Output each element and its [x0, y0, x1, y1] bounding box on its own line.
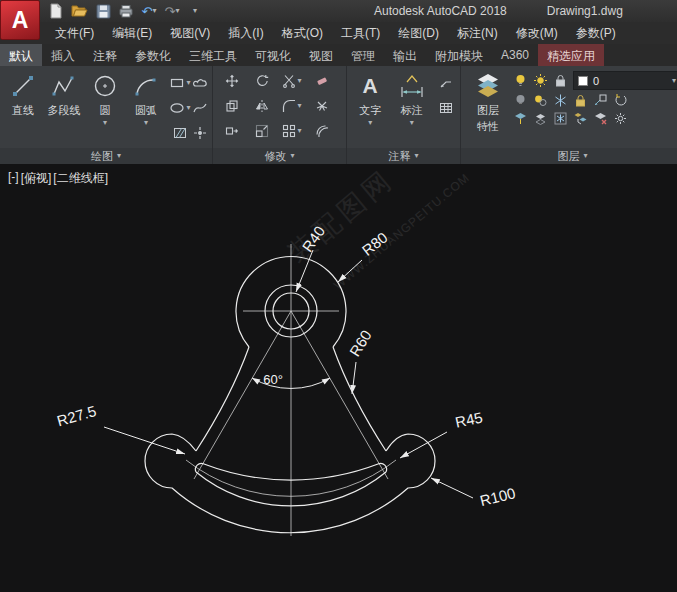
menu-tools[interactable]: 工具(T): [332, 22, 389, 45]
ribbon: 直线 多段线 圆 ▾: [0, 66, 677, 164]
save-button[interactable]: [95, 2, 111, 20]
circle-dropdown-icon[interactable]: ▾: [103, 119, 107, 127]
leader-tool-button[interactable]: [438, 75, 454, 91]
dim-angle: 60°: [263, 372, 283, 387]
new-file-button[interactable]: [48, 2, 64, 20]
layer-delete-button[interactable]: [593, 111, 608, 126]
tab-manage[interactable]: 管理: [342, 44, 384, 66]
tab-insert[interactable]: 插入: [42, 44, 84, 66]
tab-3d-tools[interactable]: 三维工具: [180, 44, 246, 66]
tab-annotate[interactable]: 注释: [84, 44, 126, 66]
layer-make-current-button[interactable]: [513, 111, 528, 126]
annotate-panel-footer[interactable]: 注释 ▾: [347, 148, 460, 164]
fillet-dropdown-icon[interactable]: ▾: [297, 102, 301, 110]
layer-match-button[interactable]: [593, 93, 608, 108]
arc-tool-button[interactable]: 圆弧 ▾: [126, 70, 166, 148]
panel-annotate: A 文字 ▾ 标注 ▾: [347, 66, 461, 164]
layer-settings-button[interactable]: [613, 111, 628, 126]
layers-panel-footer[interactable]: 图层 ▾: [461, 148, 677, 164]
plot-button[interactable]: [118, 2, 134, 20]
rectangle-tool-button[interactable]: ▾: [169, 75, 190, 91]
array-dropdown-icon[interactable]: ▾: [297, 127, 301, 135]
layer-off-button[interactable]: [513, 93, 528, 108]
open-file-button[interactable]: [71, 2, 88, 20]
ellipse-dropdown-icon[interactable]: ▾: [186, 104, 190, 112]
layer-isolate-button[interactable]: [533, 93, 548, 108]
point-tool-button[interactable]: [192, 125, 208, 141]
layer-lock-button[interactable]: [573, 93, 588, 108]
offset-tool-button[interactable]: [315, 124, 329, 138]
layer-freeze-button[interactable]: [553, 93, 568, 108]
layer-on-button[interactable]: [513, 73, 528, 88]
menu-format[interactable]: 格式(O): [273, 22, 332, 45]
fillet-tool-button[interactable]: ▾: [282, 99, 301, 113]
qat-customize-button[interactable]: ▾: [187, 2, 203, 20]
stretch-tool-button[interactable]: [225, 124, 239, 138]
application-menu-button[interactable]: A: [0, 0, 40, 40]
menu-edit[interactable]: 编辑(E): [103, 22, 161, 45]
ellipse-tool-button[interactable]: ▾: [169, 100, 190, 116]
text-dropdown-icon[interactable]: ▾: [368, 119, 372, 127]
revcloud-tool-button[interactable]: [192, 75, 208, 91]
menu-view[interactable]: 视图(V): [161, 22, 219, 45]
undo-dropdown-icon[interactable]: ▾: [152, 7, 156, 15]
trim-tool-button[interactable]: ▾: [282, 74, 301, 88]
menu-file[interactable]: 文件(F): [46, 22, 103, 45]
modify-panel-footer[interactable]: 修改 ▾: [213, 148, 346, 164]
layer-previous-button[interactable]: [613, 93, 628, 108]
layer-select[interactable]: 0 ▾: [573, 71, 677, 90]
array-tool-button[interactable]: ▾: [282, 124, 301, 138]
dimension-labels: R40 R80 R60 R27.5 R45 R100 60°: [55, 223, 517, 510]
part-outline: [145, 256, 435, 532]
visual-style-control[interactable]: [二维线框]: [53, 170, 108, 187]
hatch-tool-button[interactable]: [172, 125, 188, 141]
drawing-canvas[interactable]: 装配图网 WWW.ZHUANGPEITU.COM: [0, 164, 677, 592]
model-space[interactable]: [-] [俯视] [二维线框] 装配图网 WWW.ZHUANGPEITU.COM: [0, 164, 677, 592]
redo-button[interactable]: ↷ ▾: [164, 2, 180, 20]
trim-dropdown-icon[interactable]: ▾: [297, 77, 301, 85]
layer-merge-button[interactable]: [573, 111, 588, 126]
menu-parametric[interactable]: 参数(P): [567, 22, 625, 45]
tab-a360[interactable]: A360: [492, 44, 538, 66]
tab-parametric[interactable]: 参数化: [126, 44, 180, 66]
menu-dimension[interactable]: 标注(N): [448, 22, 507, 45]
draw-panel-footer[interactable]: 绘图 ▾: [0, 148, 212, 164]
arc-dropdown-icon[interactable]: ▾: [144, 119, 148, 127]
layer-freeze-isolate-button[interactable]: [553, 111, 568, 126]
redo-dropdown-icon[interactable]: ▾: [175, 7, 179, 15]
dimension-tool-button[interactable]: 标注 ▾: [392, 70, 433, 148]
menu-draw[interactable]: 绘图(D): [389, 22, 448, 45]
menu-modify[interactable]: 修改(M): [507, 22, 567, 45]
explode-tool-button[interactable]: [315, 99, 329, 113]
line-tool-button[interactable]: 直线: [3, 70, 43, 148]
rotate-tool-button[interactable]: [255, 74, 269, 88]
tab-featured-apps[interactable]: 精选应用: [538, 44, 604, 66]
tab-visualize[interactable]: 可视化: [246, 44, 300, 66]
tab-home[interactable]: 默认: [0, 44, 42, 66]
redo-icon: ↷: [165, 4, 176, 19]
scale-tool-button[interactable]: [255, 124, 269, 138]
circle-tool-button[interactable]: 圆 ▾: [85, 70, 125, 148]
viewport-menu-control[interactable]: [-]: [8, 170, 19, 187]
dimension-dropdown-icon[interactable]: ▾: [410, 119, 414, 127]
undo-button[interactable]: ↶ ▾: [141, 2, 157, 20]
layer-walk-button[interactable]: [533, 111, 548, 126]
spline-tool-button[interactable]: [192, 100, 208, 116]
layer-properties-button[interactable]: 图层 特性: [464, 70, 512, 148]
tab-addins[interactable]: 附加模块: [426, 44, 492, 66]
move-tool-button[interactable]: [225, 74, 239, 88]
table-tool-button[interactable]: [438, 100, 454, 116]
layer-unlock-button[interactable]: [553, 73, 568, 88]
layer-thaw-button[interactable]: [533, 73, 548, 88]
menu-insert[interactable]: 插入(I): [219, 22, 272, 45]
view-control[interactable]: [俯视]: [21, 170, 52, 187]
copy-tool-button[interactable]: [225, 99, 239, 113]
mirror-tool-button[interactable]: [255, 99, 269, 113]
tab-view[interactable]: 视图: [300, 44, 342, 66]
rectangle-dropdown-icon[interactable]: ▾: [186, 79, 190, 87]
erase-tool-button[interactable]: [315, 74, 329, 88]
polyline-tool-button[interactable]: 多段线: [44, 70, 84, 148]
panel-modify: ▾ ▾: [213, 66, 347, 164]
tab-output[interactable]: 输出: [384, 44, 426, 66]
text-tool-button[interactable]: A 文字 ▾: [350, 70, 391, 148]
